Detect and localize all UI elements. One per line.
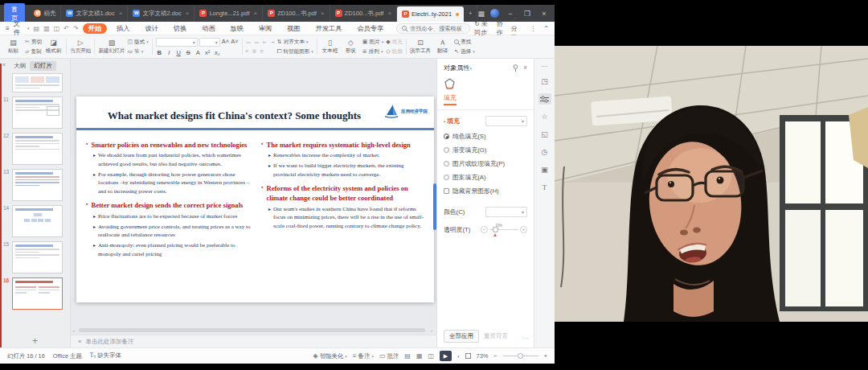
slide-16[interactable]: 应用经济学院 What market designs fit China's c… [76, 97, 434, 302]
reading-view-icon[interactable]: ◫ [428, 352, 434, 360]
media-library-icon[interactable]: ▣ [538, 164, 551, 175]
menu-tab-animation[interactable]: 动画 [196, 23, 220, 34]
menu-tab-review[interactable]: 审阅 [253, 23, 277, 34]
more-menu-icon[interactable]: ⋮ [530, 25, 537, 32]
scroll-right-icon[interactable]: › [431, 328, 432, 333]
shrink-font-icon[interactable]: A˅ [231, 38, 238, 47]
slide-thumbnail[interactable]: 15 [12, 241, 65, 273]
find-button[interactable]: 查找 [454, 39, 475, 46]
cut-button[interactable]: ✂剪切 [25, 39, 42, 46]
command-search-box[interactable] [396, 23, 470, 34]
translate-button[interactable]: Ａ 翻译 [433, 37, 452, 56]
tab-doc1[interactable]: W 文字文稿1.doc × [61, 5, 128, 22]
select-button[interactable]: ↖选择▾ [454, 48, 475, 56]
comments-button[interactable]: ▭ 批注 [379, 352, 399, 360]
slide-thumbnail-current[interactable]: 16 [12, 278, 65, 310]
menu-tab-insert[interactable]: 插入 [111, 23, 135, 34]
beautify-button[interactable]: ◈ 智能美化 ▾ [313, 352, 346, 360]
menu-tab-design[interactable]: 设计 [139, 23, 163, 34]
add-slide-button[interactable]: + [0, 335, 70, 347]
webcam-video-feed[interactable] [555, 46, 868, 322]
close-tab-icon[interactable]: × [253, 10, 257, 17]
fill-tab-icon[interactable] [444, 78, 456, 90]
new-slide-button[interactable]: ▧ 新建幻灯片 [98, 37, 125, 56]
slide-thumbnail[interactable]: 12 [12, 133, 65, 165]
play-from-page-button[interactable]: ▷ 当页开始 [70, 37, 91, 56]
animation-clock-icon[interactable]: ◷ [538, 146, 551, 158]
theme-name[interactable]: Office 主题 [53, 352, 82, 360]
menu-tab-slideshow[interactable]: 放映 [225, 23, 249, 34]
hamburger-icon[interactable]: ≡ [6, 25, 10, 32]
tab-pdf2[interactable]: P ZD100...书.pdf × [263, 5, 330, 22]
align-text-button[interactable]: ⇅对齐文本▾ [277, 39, 313, 46]
slide-thumbnail[interactable]: 13 [12, 169, 65, 201]
slide-thumbnail[interactable]: 11 [12, 97, 65, 129]
font-name-combo[interactable]: ▾ [156, 38, 198, 47]
file-menu[interactable]: 文件 [14, 19, 23, 37]
preview-icon[interactable]: ◫ [54, 25, 60, 32]
shape-properties-icon[interactable]: ◳ [538, 76, 551, 87]
missing-fonts[interactable]: T? 缺失字体 [90, 352, 121, 360]
copy-button[interactable]: ▱复制 [25, 48, 42, 56]
outline-button[interactable]: ◇轮廓 [386, 48, 403, 56]
to-smartart-button[interactable]: ⧠转智能图形▾ [277, 48, 313, 56]
italic-button[interactable]: I [166, 49, 173, 56]
zoom-out-button[interactable]: − [493, 352, 497, 360]
fill-button[interactable]: ◆填充 [386, 39, 403, 46]
underline-button[interactable]: U [175, 49, 182, 56]
picture-button[interactable]: ▣图片▾ [362, 39, 383, 46]
option-solid-fill[interactable]: 纯色填充(S) [444, 132, 527, 141]
pin-icon[interactable] [513, 64, 518, 72]
arrange-button[interactable]: ≣排列▾ [362, 48, 383, 56]
slide-thumbnail[interactable] [12, 73, 65, 92]
font-color-button[interactable]: A [194, 49, 202, 56]
shapes-button[interactable]: ◇ 形状 [342, 37, 360, 56]
text-tool-icon[interactable]: T [538, 182, 551, 193]
slides-tab[interactable]: 幻灯片 [30, 61, 56, 71]
strike-button[interactable]: S [185, 49, 192, 56]
minus-icon[interactable]: − [481, 226, 488, 233]
fit-window-icon[interactable] [465, 353, 471, 359]
layout-button[interactable]: ◫版式▾ [127, 39, 148, 46]
tab-doc2[interactable]: W 文字文稿2.doc × [128, 5, 194, 22]
effects-star-icon[interactable]: ☆ [538, 111, 551, 122]
tab-pdf3[interactable]: P ZD100...书.pdf × [330, 5, 397, 22]
normal-view-icon[interactable]: ▤ [404, 352, 411, 360]
fill-type-combo[interactable]: ▾ [485, 116, 527, 126]
option-hide-background[interactable]: 隐藏背景图形(H) [444, 187, 527, 195]
apply-all-button[interactable]: 全部应用 [444, 330, 479, 343]
tab-pdf1[interactable]: P Longte...21.pdf × [194, 5, 263, 22]
option-gradient-fill[interactable]: 渐变填充(G) [444, 146, 527, 154]
font-size-combo[interactable]: ▾ [199, 38, 220, 47]
bold-button[interactable]: B [156, 49, 163, 56]
paste-button[interactable]: ▤ 粘贴 [4, 37, 23, 56]
bullet-list-icon[interactable]: ≔ [246, 39, 252, 46]
indent-decrease-icon[interactable]: ⇤ [263, 39, 268, 46]
option-pattern-fill[interactable]: 图案填充(A) [444, 173, 527, 182]
close-tab-icon[interactable]: × [186, 10, 190, 17]
option-picture-fill[interactable]: 图片或纹理填充(P) [444, 159, 527, 168]
format-painter-button[interactable]: ◪ 格式刷 [44, 37, 63, 56]
number-list-icon[interactable]: ≕ [254, 39, 260, 46]
redo-icon[interactable]: ↷ [73, 25, 79, 32]
close-tab-icon[interactable]: × [321, 10, 325, 17]
scroll-left-icon[interactable]: ‹ [73, 328, 75, 333]
slide-thumbnail[interactable]: 14 [12, 205, 65, 237]
close-panel-icon[interactable]: × [523, 64, 527, 72]
notes-button[interactable]: ≡ 备注 ▾ [353, 352, 374, 360]
notes-bar[interactable]: ≡ 单击此处添加备注 [71, 335, 436, 347]
zoom-slider-thumb[interactable] [518, 353, 523, 359]
zoom-level[interactable]: 73% [477, 352, 489, 360]
tab-docer[interactable]: 稻 稻壳 [29, 5, 61, 22]
indent-increase-icon[interactable]: ⇥ [270, 39, 275, 46]
save-icon[interactable]: ▤ [34, 25, 40, 32]
color-combo[interactable]: ▾ [485, 207, 527, 217]
outline-tab[interactable]: 大纲 [14, 62, 26, 70]
print-icon[interactable]: ▥ [43, 25, 50, 32]
menu-tab-home[interactable]: 开始 [83, 23, 107, 34]
search-input[interactable] [410, 25, 465, 32]
line-spacing-icon[interactable]: ≋ [260, 48, 264, 55]
selection-pane-icon[interactable]: ◱ [538, 129, 551, 140]
textbox-button[interactable]: ▯ 文本框 [321, 37, 339, 56]
menu-tab-member[interactable]: 会员专享 [351, 23, 389, 34]
